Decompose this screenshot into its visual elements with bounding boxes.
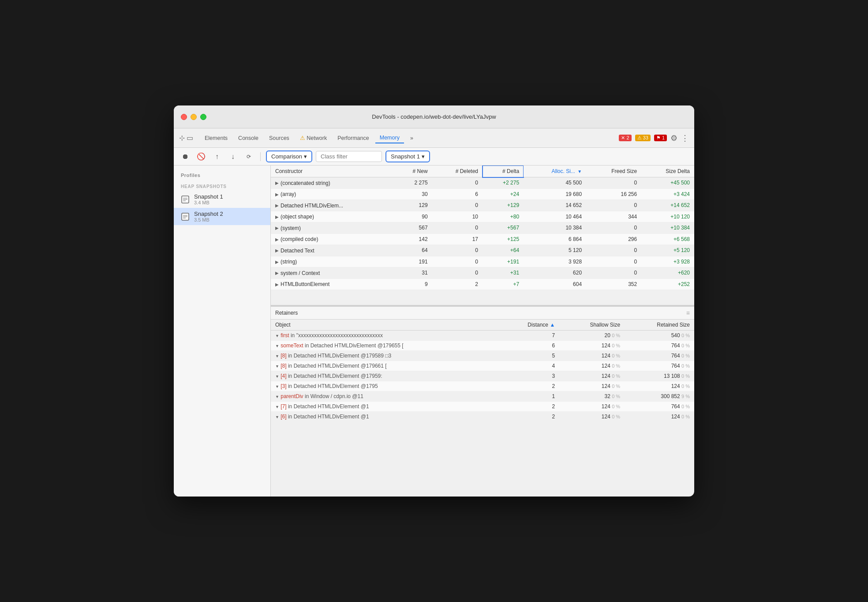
sidebar-snapshot-1[interactable]: Snapshot 1 3.4 MB	[174, 191, 270, 208]
minimize-button[interactable]	[191, 114, 197, 120]
class-filter-input[interactable]	[316, 151, 382, 162]
col-deleted[interactable]: # Deleted	[432, 166, 483, 177]
main-table-container: Constructor # New # Deleted # Delta Allo…	[271, 166, 694, 307]
list-item[interactable]: ▼ [7] in Detached HTMLDivElement @1 2 12…	[271, 402, 694, 412]
cell-alloc-size: 14 652	[524, 200, 586, 211]
list-item[interactable]: ▼ first in "xxxxxxxxxxxxxxxxxxxxxxxxxxxx…	[271, 331, 694, 341]
list-item[interactable]: ▼ [3] in Detached HTMLDivElement @1795 2…	[271, 381, 694, 391]
inspect-icon[interactable]: ⊹	[179, 134, 185, 142]
maximize-button[interactable]	[200, 114, 206, 120]
ret-cell-retained: 764 0 %	[625, 341, 694, 351]
cell-constructor: ▶ (concatenated string)	[271, 177, 394, 189]
list-item[interactable]: ▼ [8] in Detached HTMLDivElement @179661…	[271, 361, 694, 371]
cell-alloc-size: 620	[524, 267, 586, 279]
sidebar-snapshot-2[interactable]: Snapshot 2 3.5 MB	[174, 208, 270, 225]
snapshot-1-size: 3.4 MB	[194, 200, 263, 205]
tab-console[interactable]: Console	[234, 133, 263, 143]
upload-button[interactable]: ↑	[211, 150, 223, 163]
ret-cell-shallow: 124 0 %	[559, 402, 625, 412]
cell-constructor: ▶ (system)	[271, 222, 394, 234]
table-row[interactable]: ▶ (concatenated string) 2 275 0 +2 275 4…	[271, 177, 694, 189]
table-row[interactable]: ▶ Detached Text 64 0 +64 5 120 0 +5 120	[271, 245, 694, 256]
snapshot-1-info: Snapshot 1 3.4 MB	[194, 193, 263, 205]
main-table-body: ▶ (concatenated string) 2 275 0 +2 275 4…	[271, 177, 694, 290]
list-item[interactable]: ▼ [8] in Detached HTMLDivElement @179589…	[271, 351, 694, 361]
table-row[interactable]: ▶ (array) 30 6 +24 19 680 16 256 +3 424	[271, 188, 694, 200]
ret-cell-distance: 4	[499, 361, 560, 371]
ret-col-shallow[interactable]: Shallow Size	[559, 320, 625, 331]
expand-icon[interactable]: ▼	[275, 344, 279, 348]
retainers-header: Retainers ≡	[271, 307, 694, 320]
ret-cell-retained: 764 0 %	[625, 351, 694, 361]
snapshot-2-name: Snapshot 2	[194, 211, 263, 217]
expand-icon[interactable]: ▼	[275, 364, 279, 369]
table-row[interactable]: ▶ (system) 567 0 +567 10 384 0 +10 384	[271, 222, 694, 234]
ret-col-object[interactable]: Object	[271, 320, 499, 331]
expand-icon[interactable]: ▼	[275, 415, 279, 419]
record-button[interactable]: ⏺	[179, 150, 191, 163]
cell-delta: +64	[483, 245, 524, 256]
tab-more[interactable]: »	[406, 133, 418, 143]
tab-memory[interactable]: Memory	[375, 133, 404, 143]
table-row[interactable]: ▶ HTMLButtonElement 9 2 +7 604 352 +252	[271, 278, 694, 290]
col-alloc-size[interactable]: Alloc. Si... ▼	[524, 166, 586, 177]
tab-performance[interactable]: Performance	[333, 133, 374, 143]
clear-button[interactable]: 🚫	[195, 150, 207, 163]
col-constructor[interactable]: Constructor	[271, 166, 394, 177]
cell-new: 129	[394, 200, 432, 211]
ret-cell-object: ▼ [4] in Detached HTMLDivElement @17959:	[271, 371, 499, 381]
col-delta[interactable]: # Delta	[483, 166, 524, 177]
cell-deleted: 0	[432, 245, 483, 256]
cell-delta: +80	[483, 211, 524, 222]
table-row[interactable]: ▶ (compiled code) 142 17 +125 6 864 296 …	[271, 233, 694, 245]
cell-delta: +7	[483, 278, 524, 290]
snapshot-dropdown[interactable]: Snapshot 1 ▾	[385, 150, 430, 162]
expand-icon[interactable]: ▼	[275, 384, 279, 389]
forcegc-button[interactable]: ⟳	[243, 150, 255, 163]
table-row[interactable]: ▶ Detached HTMLDivElem... 129 0 +129 14 …	[271, 200, 694, 211]
download-button[interactable]: ↓	[227, 150, 239, 163]
list-item[interactable]: ▼ [6] in Detached HTMLDivElement @1 2 12…	[271, 412, 694, 422]
tab-elements[interactable]: Elements	[200, 133, 232, 143]
main-table: Constructor # New # Deleted # Delta Allo…	[271, 166, 694, 290]
table-row[interactable]: ▶ (string) 191 0 +191 3 928 0 +3 928	[271, 256, 694, 267]
col-new[interactable]: # New	[394, 166, 432, 177]
list-item[interactable]: ▼ [4] in Detached HTMLDivElement @17959:…	[271, 371, 694, 381]
cell-deleted: 0	[432, 267, 483, 279]
col-freed-size[interactable]: Freed Size	[586, 166, 641, 177]
cell-deleted: 2	[432, 278, 483, 290]
ret-cell-shallow: 124 0 %	[559, 412, 625, 422]
cell-alloc-size: 19 680	[524, 188, 586, 200]
expand-icon[interactable]: ▼	[275, 354, 279, 358]
expand-icon[interactable]: ▼	[275, 395, 279, 399]
list-item[interactable]: ▼ parentDiv in Window / cdpn.io @11 1 32…	[271, 391, 694, 402]
cell-freed-size: 0	[586, 256, 641, 267]
comparison-dropdown[interactable]: Comparison ▾	[266, 150, 312, 162]
profiles-title: Profiles	[174, 171, 270, 181]
table-row[interactable]: ▶ (object shape) 90 10 +80 10 464 344 +1…	[271, 211, 694, 222]
device-icon[interactable]: ▭	[187, 134, 193, 142]
ret-cell-shallow: 124 0 %	[559, 351, 625, 361]
ret-cell-object: ▼ [8] in Detached HTMLDivElement @179661…	[271, 361, 499, 371]
expand-icon[interactable]: ▼	[275, 374, 279, 379]
cell-size-delta: +3 928	[641, 256, 694, 267]
cell-constructor: ▶ Detached HTMLDivElem...	[271, 200, 394, 211]
ret-col-distance[interactable]: Distance ▲	[499, 320, 560, 331]
expand-icon[interactable]: ▼	[275, 334, 279, 338]
retainers-table: Object Distance ▲ Shallow Size Retained …	[271, 320, 694, 422]
close-button[interactable]	[181, 114, 187, 120]
cell-deleted: 10	[432, 211, 483, 222]
tab-sources[interactable]: Sources	[265, 133, 294, 143]
table-row[interactable]: ▶ system / Context 31 0 +31 620 0 +620	[271, 267, 694, 279]
tab-network[interactable]: ⚠ Network	[296, 133, 331, 143]
cell-freed-size: 16 256	[586, 188, 641, 200]
col-size-delta[interactable]: Size Delta	[641, 166, 694, 177]
list-item[interactable]: ▼ someText in Detached HTMLDivElement @1…	[271, 341, 694, 351]
expand-icon[interactable]: ▼	[275, 405, 279, 409]
settings-icon[interactable]: ⚙	[670, 133, 677, 143]
ret-col-retained[interactable]: Retained Size	[625, 320, 694, 331]
ret-cell-distance: 3	[499, 371, 560, 381]
triangle-icon: ▶	[275, 192, 279, 197]
more-icon[interactable]: ⋮	[681, 133, 689, 143]
cell-freed-size: 352	[586, 278, 641, 290]
